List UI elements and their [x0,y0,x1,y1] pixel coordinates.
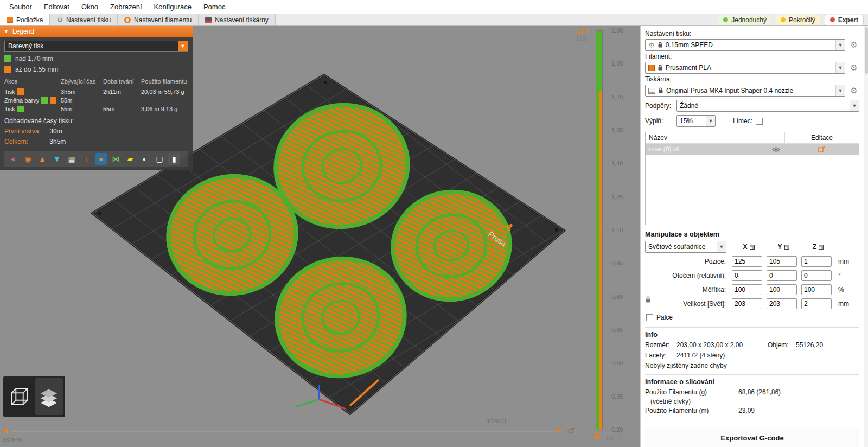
menu-soubor[interactable]: Soubor [3,0,38,14]
position-z-input[interactable] [801,256,832,267]
layers-down-icon[interactable]: ▼ [51,153,63,165]
hslider-left-handle[interactable]: ◀ [2,427,8,434]
chevron-down-icon[interactable]: ▼ [178,41,188,51]
chevron-down-icon[interactable]: ▼ [835,85,845,96]
print-settings-gear-button[interactable]: ⚙ [848,40,859,50]
yellow-dot-icon [781,17,786,22]
menu-editovat[interactable]: Editovat [38,0,75,14]
brim-checkbox[interactable] [756,118,763,125]
travel-moves-icon[interactable]: ◐ [139,153,151,165]
menu-zobrazeni[interactable]: Zobrazení [104,0,148,14]
green-swatch-icon [4,55,11,62]
position-x-input[interactable] [732,256,762,267]
size-info-label: Rozměr: [645,341,676,349]
cube-icon [7,384,32,409]
edit-object-icon[interactable] [784,146,859,153]
axis-box-icon [750,245,755,250]
hourglass-icon[interactable]: ⋈ [110,153,122,165]
estimate-total: Celkem: 3h5m [4,138,188,145]
facets-label: Facety: [645,352,676,359]
layer-slider-bar[interactable] [596,30,603,430]
layer-slider-ticks: 2,00 1,85 1,70 1,55 1,40 1,25 1,10 0,95 … [605,27,634,433]
tab-filament-settings[interactable]: Nastavení filamentu [118,14,199,25]
axis-box-icon [784,245,789,250]
inches-label: Palce [656,314,673,321]
chevron-down-icon[interactable]: ▼ [850,100,859,111]
layers-up-icon[interactable]: ▲ [36,153,48,165]
plate-icon [7,17,13,23]
hslider-right-handle[interactable]: ▶ [557,427,562,434]
tab-bar: Podložka ⚙ Nastavení tisku Nastavení fil… [0,14,868,26]
printer-gear-button[interactable]: ⚙ [848,85,859,96]
scale-z-input[interactable] [801,284,832,295]
3d-viewport[interactable]: 4 Prusa ▼ Legend Barevný tisk ▼ [0,26,640,447]
hslider-track[interactable] [11,431,560,432]
layer-top-value: 2,00 [575,28,588,35]
right-sidebar: Nastavení tisku: ⚙ 0.15mm SPEED ▼ ⚙ Fila… [640,26,864,447]
size-y-input[interactable] [767,298,797,309]
chevron-down-icon[interactable]: ▼ [717,241,726,252]
filament-select[interactable]: Prusament PLA ▼ [645,62,845,74]
supports-value: Žádné [680,102,698,110]
export-gcode-button[interactable]: Exportovat G-code [645,429,859,447]
preview-view-button[interactable] [35,378,63,415]
collapse-icon[interactable]: ▼ [4,29,9,34]
eye-icon[interactable] [772,146,780,152]
tab-print-settings[interactable]: ⚙ Nastavení tisku [50,14,118,25]
printer-select[interactable]: Original Prusa MK4 Input Shaper 0.4 nozz… [645,85,845,97]
green-swatch-icon [17,106,24,112]
scrollbar-thumb[interactable] [865,27,868,74]
legend-header[interactable]: ▼ Legend [0,26,193,37]
unlocked-padlock-icon[interactable] [593,432,601,442]
menu-pomoc[interactable]: Pomoc [197,0,231,14]
axis-header-x: X [732,243,765,251]
menu-okno[interactable]: Okno [75,0,104,14]
legend-range-high: nad 1,70 mm [4,55,188,62]
menu-konfigurace[interactable]: Konfigurace [148,0,197,14]
coordinates-select[interactable]: Světové souřadnice ▼ [645,241,726,253]
rotation-x-input[interactable] [732,270,762,281]
reset-arrow-icon[interactable]: ↺ [567,426,575,436]
orange-swatch-icon [50,97,56,104]
position-label: Pozice: [645,258,731,265]
tab-printer-settings[interactable]: Nastavení tiskárny [199,14,276,25]
scale-y-input[interactable] [767,284,797,295]
wireframe-cube-icon[interactable]: ▢ [154,153,165,165]
infill-select[interactable]: 15% ▼ [676,115,716,127]
gear-icon: ⚙ [56,16,63,23]
tab-plater[interactable]: Podložka [0,14,50,25]
seam-pattern-icon[interactable]: ≈ [7,153,19,165]
droplet-icon[interactable]: ● [95,153,107,165]
nozzle-marker-icon[interactable]: ▮ [168,153,180,165]
printer-label: Tiskárna: [645,75,859,83]
inches-checkbox[interactable] [646,314,653,321]
filament-value: Prusament PLA [666,64,711,72]
mode-expert[interactable]: Expert [825,15,864,25]
mode-simple[interactable]: Jednoduchý [718,15,771,25]
chevron-down-icon[interactable]: ▼ [835,40,845,50]
mode-advanced[interactable]: Pokročilý [776,15,820,25]
tab-plater-label: Podložka [16,16,43,24]
prusa-drop-icon[interactable]: ◉ [22,153,34,165]
view-type-select[interactable]: Barevný tisk ▼ [4,41,188,52]
chevron-down-icon[interactable]: ▼ [706,116,715,126]
uniform-scale-lock-icon[interactable] [645,296,651,305]
position-y-input[interactable] [767,256,797,267]
panel-scrollbar[interactable] [864,26,868,447]
rotation-z-input[interactable] [801,270,832,281]
size-x-input[interactable] [732,298,762,309]
slider-settings-gear-icon[interactable]: ⚙ [616,432,623,442]
scale-x-input[interactable] [732,284,762,295]
3d-view-button[interactable] [5,378,34,415]
infill-grid-icon[interactable]: ▦ [66,153,78,165]
rotation-y-input[interactable] [767,270,797,281]
filament-gear-button[interactable]: ⚙ [848,62,859,73]
object-row-rose[interactable]: rose (6).stl [646,144,859,155]
size-z-input[interactable] [801,298,832,309]
print-settings-select[interactable]: ⚙ 0.15mm SPEED ▼ [645,39,845,51]
chevron-down-icon[interactable]: ▼ [835,62,845,73]
paint-icon[interactable]: ▰ [124,153,136,165]
supports-select[interactable]: Žádné ▼ [676,100,859,112]
place-down-icon[interactable]: ↓ [80,153,92,165]
range-low-label: až do 1,55 mm [15,66,58,73]
